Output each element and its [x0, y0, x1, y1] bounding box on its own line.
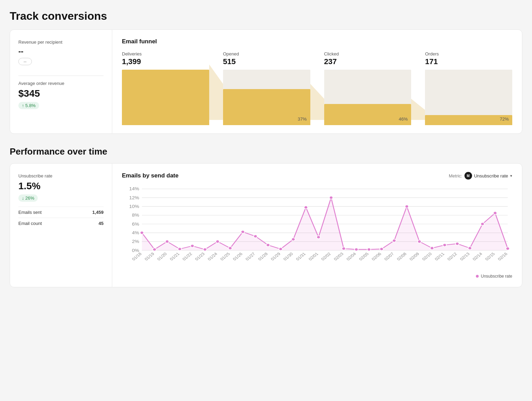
- svg-text:8%: 8%: [132, 213, 139, 218]
- svg-text:02/09: 02/09: [408, 252, 420, 261]
- funnel-label-0: Deliveries: [122, 51, 209, 56]
- svg-point-24: [203, 248, 207, 251]
- svg-text:14%: 14%: [129, 187, 139, 192]
- svg-text:02/11: 02/11: [434, 252, 445, 261]
- svg-point-30: [279, 247, 282, 251]
- svg-text:01/29: 01/29: [270, 252, 282, 261]
- svg-point-37: [367, 248, 371, 251]
- revenue-panel: Revenue per recipient -- -- Average orde…: [10, 30, 112, 133]
- svg-text:02/05: 02/05: [358, 252, 370, 261]
- svg-point-43: [443, 244, 446, 247]
- svg-text:01/26: 01/26: [232, 252, 243, 261]
- svg-text:01/18: 01/18: [131, 252, 143, 261]
- legend-label: Unsubscribe rate: [481, 274, 512, 279]
- funnel-title: Email funnel: [122, 38, 512, 45]
- chart-title: Emails by send date: [122, 172, 178, 179]
- svg-text:10%: 10%: [129, 204, 139, 209]
- legend-dot: [476, 275, 479, 278]
- metric-label: Unsubscribe rate: [474, 173, 508, 178]
- svg-point-48: [506, 247, 509, 250]
- funnel-value-2: 237: [324, 57, 411, 66]
- svg-point-41: [418, 240, 421, 243]
- funnel-connector-0: [209, 64, 223, 120]
- funnel-bar-1: 37%: [223, 70, 310, 125]
- chart-svg: 14%12%10%8%6%4%2%0%01/1801/1901/2001/210…: [122, 184, 512, 271]
- svg-point-32: [304, 206, 308, 209]
- svg-text:01/28: 01/28: [257, 252, 269, 261]
- svg-text:01/21: 01/21: [169, 252, 180, 261]
- svg-text:6%: 6%: [132, 222, 139, 227]
- track-conversions-card: Revenue per recipient -- -- Average orde…: [10, 29, 522, 134]
- svg-text:02/01: 02/01: [308, 252, 319, 261]
- svg-text:01/23: 01/23: [194, 252, 206, 261]
- funnel-col-opened: Opened51537%: [223, 51, 310, 125]
- svg-marker-2: [411, 99, 425, 120]
- unsubscribe-value: 1.5%: [18, 181, 104, 192]
- svg-point-38: [380, 247, 383, 251]
- line-chart: 14%12%10%8%6%4%2%0%01/1801/1901/2001/210…: [122, 184, 512, 271]
- funnel-panel: Email funnel Deliveries1,399Opened51537%…: [112, 30, 522, 133]
- svg-point-31: [291, 238, 295, 241]
- svg-point-35: [342, 247, 345, 250]
- svg-text:02/10: 02/10: [421, 252, 433, 261]
- svg-text:02/15: 02/15: [484, 252, 496, 261]
- svg-marker-0: [209, 64, 223, 120]
- funnel-pct-3: 72%: [500, 116, 509, 122]
- unsubscribe-stats: Emails sent 1,459 Email count 45: [18, 207, 104, 229]
- svg-text:02/03: 02/03: [333, 252, 345, 261]
- svg-point-25: [216, 240, 219, 243]
- svg-text:01/30: 01/30: [282, 252, 294, 261]
- svg-point-45: [468, 247, 471, 250]
- metric-prefix: Metric:: [449, 173, 462, 178]
- funnel-pct-1: 37%: [298, 116, 307, 122]
- avg-order-label: Average order revenue: [18, 81, 104, 86]
- funnel-pct-2: 46%: [399, 116, 408, 122]
- svg-point-27: [241, 230, 245, 234]
- svg-marker-1: [310, 84, 324, 120]
- svg-text:01/25: 01/25: [219, 252, 231, 261]
- svg-point-33: [317, 236, 320, 239]
- chart-legend: Unsubscribe rate: [122, 274, 512, 279]
- svg-text:01/31: 01/31: [295, 252, 307, 261]
- funnel-bar-3: 72%: [425, 70, 512, 125]
- svg-text:01/20: 01/20: [156, 252, 168, 261]
- svg-text:01/24: 01/24: [207, 252, 219, 261]
- svg-text:01/19: 01/19: [143, 252, 155, 261]
- svg-point-44: [455, 242, 459, 245]
- revenue-sub-value: --: [18, 58, 32, 65]
- stat-row-emails-sent: Emails sent 1,459: [18, 207, 104, 218]
- svg-text:02/12: 02/12: [446, 252, 458, 261]
- funnel-bar-2: 46%: [324, 70, 411, 125]
- chart-header: Emails by send date Metric: M Unsubscrib…: [122, 172, 512, 180]
- svg-point-28: [254, 235, 257, 238]
- svg-point-39: [392, 239, 396, 242]
- svg-text:01/22: 01/22: [181, 252, 193, 261]
- revenue-value: --: [18, 47, 104, 56]
- svg-text:02/06: 02/06: [371, 252, 382, 261]
- unsubscribe-label: Unsubscribe rate: [18, 173, 104, 178]
- svg-point-34: [329, 196, 333, 199]
- svg-text:02/16: 02/16: [497, 252, 508, 261]
- chevron-down-icon: ▾: [510, 174, 512, 178]
- funnel-label-1: Opened: [223, 51, 310, 56]
- svg-text:02/02: 02/02: [320, 252, 332, 261]
- page-title: Track conversions: [10, 10, 522, 23]
- funnel-label-3: Orders: [425, 51, 512, 56]
- mailchimp-icon: M: [464, 172, 472, 180]
- funnel-chart: Deliveries1,399Opened51537%Clicked23746%…: [122, 51, 512, 125]
- svg-text:02/13: 02/13: [459, 252, 471, 261]
- funnel-value-1: 515: [223, 57, 310, 66]
- metric-selector[interactable]: Metric: M Unsubscribe rate ▾: [449, 172, 512, 180]
- funnel-col-clicked: Clicked23746%: [324, 51, 411, 125]
- email-count-value: 45: [99, 221, 104, 226]
- svg-point-23: [190, 244, 194, 247]
- funnel-col-deliveries: Deliveries1,399: [122, 51, 209, 125]
- funnel-col-orders: Orders17172%: [425, 51, 512, 125]
- funnel-connector-1: [310, 64, 324, 120]
- svg-point-26: [228, 247, 232, 250]
- svg-point-40: [405, 205, 408, 208]
- svg-point-19: [140, 231, 143, 234]
- unsubscribe-panel: Unsubscribe rate 1.5% ↓ 26% Emails sent …: [10, 164, 112, 287]
- svg-point-21: [165, 240, 169, 243]
- performance-title: Performance over time: [10, 146, 522, 157]
